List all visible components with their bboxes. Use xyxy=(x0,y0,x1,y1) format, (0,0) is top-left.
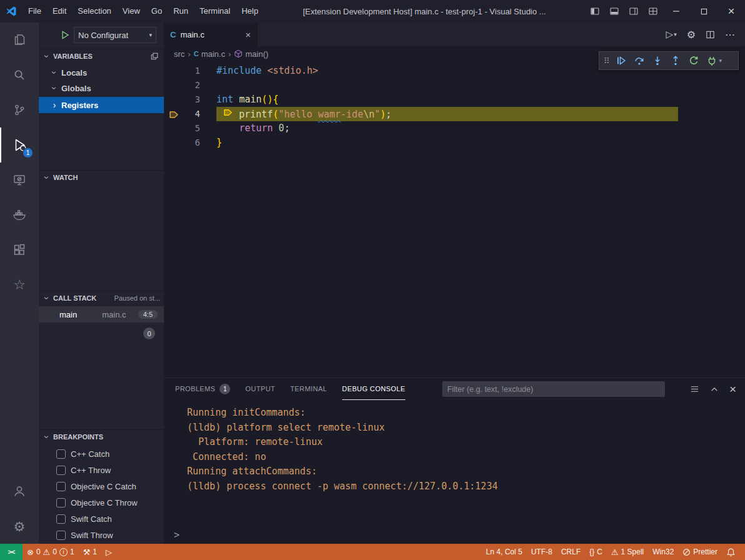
step-out-button[interactable] xyxy=(667,52,684,69)
close-panel-icon[interactable]: × xyxy=(729,382,736,396)
checkbox[interactable] xyxy=(56,531,66,540)
more-actions-icon[interactable]: ⋯ xyxy=(725,29,735,41)
variables-scope-registers[interactable]: › Registers xyxy=(39,97,164,113)
checkbox[interactable] xyxy=(56,514,66,524)
menu-run[interactable]: Run xyxy=(168,0,194,22)
code-editor[interactable]: 1 #include <stdio.h> 2 3 int main(){ xyxy=(164,61,745,378)
breadcrumb-symbol[interactable]: main() xyxy=(234,49,268,59)
breakpoint-swift-throw[interactable]: Swift Throw xyxy=(39,527,164,543)
toggle-sidebar-icon[interactable] xyxy=(585,0,604,22)
account-icon[interactable] xyxy=(0,474,39,509)
chevron-down-icon[interactable]: ▾ xyxy=(719,58,722,64)
toolchain-status[interactable]: ⚒ 1 xyxy=(79,544,101,560)
code-text[interactable]: } xyxy=(216,136,222,150)
extensions-icon[interactable] xyxy=(0,232,39,268)
start-debug-icon[interactable] xyxy=(60,30,70,40)
breakpoint-objc-throw[interactable]: Objective C Throw xyxy=(39,494,164,511)
checkbox[interactable] xyxy=(56,498,66,508)
settings-gear-icon[interactable]: ⚙ xyxy=(0,509,39,544)
breakpoint-swift-catch[interactable]: Swift Catch xyxy=(39,511,164,527)
docker-icon[interactable] xyxy=(0,198,39,232)
code-line-4-current: 4 printf("hello wamr-ide\n"); xyxy=(164,107,745,121)
spell-checker-status[interactable]: ⚠ 1 Spell xyxy=(607,544,648,560)
menu-edit[interactable]: Edit xyxy=(47,0,72,22)
toggle-panel-icon[interactable] xyxy=(604,0,624,22)
disconnect-button[interactable] xyxy=(704,52,721,69)
debug-target-status[interactable]: ▷ xyxy=(101,544,116,560)
console-input-prompt[interactable]: > xyxy=(174,529,180,541)
breadcrumb-file[interactable]: C main.c xyxy=(194,49,225,59)
breakpoint-objc-catch[interactable]: Objective C Catch xyxy=(39,478,164,494)
code-text[interactable]: #include <stdio.h> xyxy=(216,64,318,78)
maximize-button[interactable] xyxy=(690,0,717,22)
step-over-button[interactable] xyxy=(631,52,648,69)
checkbox[interactable] xyxy=(56,449,66,459)
tab-debug-console[interactable]: DEBUG CONSOLE xyxy=(342,379,405,400)
variables-scope-globals[interactable]: › Globals xyxy=(39,81,164,96)
gripper-icon[interactable]: ⠿ xyxy=(602,56,612,66)
activity-bar: 1 ☆ ⚙ xyxy=(0,22,39,544)
breakpoint-gutter[interactable] xyxy=(164,78,184,92)
restart-button[interactable] xyxy=(686,52,702,69)
run-and-debug-icon[interactable]: 1 xyxy=(0,128,39,162)
collapse-all-icon[interactable] xyxy=(150,52,159,61)
maximize-panel-icon[interactable] xyxy=(710,385,719,394)
continue-button[interactable] xyxy=(613,52,630,69)
eol-status[interactable]: CRLF xyxy=(557,544,585,560)
problems-status[interactable]: ⊗ 0 ⚠ 0 i 1 xyxy=(23,544,79,560)
prettier-status[interactable]: Prettier xyxy=(678,544,722,560)
checkbox[interactable] xyxy=(56,466,66,475)
breakpoint-gutter[interactable] xyxy=(164,121,184,136)
breadcrumb-src[interactable]: src xyxy=(174,49,185,59)
breakpoints-section-header[interactable]: › BREAKPOINTS xyxy=(39,429,164,444)
notifications-bell-icon[interactable] xyxy=(722,544,740,560)
current-line-gutter[interactable] xyxy=(164,107,184,121)
gear-icon[interactable]: ⚙ xyxy=(687,29,696,41)
breakpoint-gutter[interactable] xyxy=(164,92,184,107)
filter-lines-icon[interactable] xyxy=(690,384,699,394)
variables-scope-locals[interactable]: › Locals xyxy=(39,65,164,80)
call-stack-section-header[interactable]: › CALL STACK Paused on st... xyxy=(39,291,164,305)
toggle-secondary-sidebar-icon[interactable] xyxy=(624,0,643,22)
menu-view[interactable]: View xyxy=(117,0,146,22)
menu-help[interactable]: Help xyxy=(236,0,264,22)
call-stack-frame[interactable]: main main.c 4:5 xyxy=(39,306,164,322)
menu-selection[interactable]: Selection xyxy=(72,0,116,22)
run-file-button[interactable]: ▷ ▾ xyxy=(666,29,677,40)
language-mode-status[interactable]: {} C xyxy=(585,544,607,560)
code-text[interactable]: int main(){ xyxy=(216,92,278,107)
menu-file[interactable]: File xyxy=(23,0,47,22)
tab-main-c[interactable]: C main.c × xyxy=(164,22,258,46)
remote-indicator[interactable]: >< xyxy=(0,544,23,560)
encoding-status[interactable]: UTF-8 xyxy=(527,544,557,560)
code-text-current-line[interactable]: printf("hello wamr-ide\n"); xyxy=(216,107,678,121)
step-into-button[interactable] xyxy=(649,52,666,69)
remote-explorer-icon[interactable] xyxy=(0,162,39,198)
favorites-star-icon[interactable]: ☆ xyxy=(0,268,39,302)
explorer-icon[interactable] xyxy=(0,22,39,58)
breakpoint-gutter[interactable] xyxy=(164,64,184,78)
platform-status[interactable]: Win32 xyxy=(648,544,678,560)
source-control-icon[interactable] xyxy=(0,92,39,128)
breakpoint-cpp-throw[interactable]: C++ Throw xyxy=(39,462,164,478)
close-tab-icon[interactable]: × xyxy=(245,29,251,40)
variables-section-header[interactable]: › VARIABLES xyxy=(39,49,164,63)
code-text[interactable]: return 0; xyxy=(216,121,290,136)
watch-section-header[interactable]: › WATCH xyxy=(39,170,164,184)
tab-terminal[interactable]: TERMINAL xyxy=(290,379,327,400)
checkbox[interactable] xyxy=(56,482,66,491)
menu-go[interactable]: Go xyxy=(146,0,168,22)
customize-layout-icon[interactable] xyxy=(643,0,662,22)
breakpoint-gutter[interactable] xyxy=(164,136,184,150)
split-editor-icon[interactable] xyxy=(706,30,715,39)
tab-output[interactable]: OUTPUT xyxy=(245,379,275,400)
cursor-position-status[interactable]: Ln 4, Col 5 xyxy=(482,544,527,560)
search-icon[interactable] xyxy=(0,58,39,92)
debug-configuration-dropdown[interactable]: No Configurat ▾ xyxy=(74,27,156,43)
tab-problems[interactable]: PROBLEMS 1 xyxy=(175,379,230,400)
close-window-button[interactable]: × xyxy=(717,0,745,22)
minimize-button[interactable] xyxy=(662,0,690,22)
console-filter-input[interactable] xyxy=(442,381,665,397)
breakpoint-cpp-catch[interactable]: C++ Catch xyxy=(39,446,164,462)
menu-terminal[interactable]: Terminal xyxy=(194,0,236,22)
